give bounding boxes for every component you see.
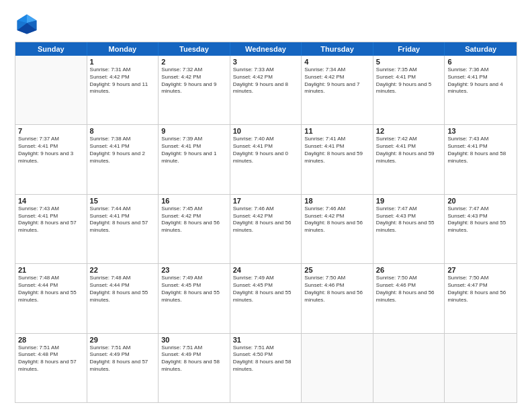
cal-cell (445, 334, 517, 402)
cell-info: Sunset: 4:44 PM (90, 282, 156, 289)
cal-cell: 2Sunrise: 7:32 AMSunset: 4:42 PMDaylight… (159, 56, 230, 124)
cal-cell: 21Sunrise: 7:48 AMSunset: 4:44 PMDayligh… (15, 264, 87, 332)
cal-cell: 30Sunrise: 7:51 AMSunset: 4:49 PMDayligh… (159, 334, 230, 402)
cal-cell: 24Sunrise: 7:49 AMSunset: 4:45 PMDayligh… (230, 264, 302, 332)
day-number: 16 (161, 197, 227, 205)
cal-cell: 8Sunrise: 7:38 AMSunset: 4:41 PMDaylight… (87, 125, 159, 193)
cell-info: Sunrise: 7:38 AM (90, 136, 156, 143)
cell-info: Sunset: 4:50 PM (233, 351, 299, 359)
cell-info: Sunset: 4:42 PM (304, 74, 370, 81)
cell-info: Sunset: 4:42 PM (161, 74, 227, 81)
cell-info: Sunset: 4:41 PM (161, 143, 227, 150)
day-number: 24 (233, 266, 299, 274)
cell-info: Daylight: 8 hours and 55 minutes. (90, 289, 156, 304)
cell-info: Sunset: 4:44 PM (18, 282, 84, 289)
cell-info: Sunrise: 7:48 AM (18, 275, 84, 282)
day-number: 18 (304, 197, 370, 205)
cell-info: Sunrise: 7:50 AM (376, 275, 442, 282)
cell-info: Daylight: 9 hours and 0 minutes. (233, 150, 299, 165)
day-number: 13 (447, 127, 514, 135)
cal-row-1: 1Sunrise: 7:31 AMSunset: 4:42 PMDaylight… (15, 56, 517, 125)
calendar: SundayMondayTuesdayWednesdayThursdayFrid… (15, 42, 517, 403)
day-number: 12 (376, 127, 442, 135)
cell-info: Sunrise: 7:33 AM (233, 66, 299, 74)
cell-info: Sunset: 4:41 PM (447, 143, 514, 150)
cell-info: Sunrise: 7:51 AM (90, 345, 156, 352)
cell-info: Sunrise: 7:32 AM (161, 66, 227, 74)
cell-info: Sunrise: 7:39 AM (161, 136, 227, 143)
cal-cell: 12Sunrise: 7:42 AMSunset: 4:41 PMDayligh… (373, 125, 445, 193)
cell-info: Sunrise: 7:40 AM (233, 136, 299, 143)
cal-cell: 19Sunrise: 7:47 AMSunset: 4:43 PMDayligh… (373, 195, 445, 263)
cell-info: Daylight: 9 hours and 8 minutes. (233, 81, 299, 96)
cell-info: Sunrise: 7:51 AM (18, 345, 84, 352)
page: SundayMondayTuesdayWednesdayThursdayFrid… (0, 0, 532, 411)
cell-info: Sunset: 4:43 PM (376, 213, 442, 220)
day-number: 21 (18, 266, 84, 274)
calendar-body: 1Sunrise: 7:31 AMSunset: 4:42 PMDaylight… (15, 56, 517, 402)
logo-icon (15, 12, 39, 36)
cell-info: Daylight: 9 hours and 11 minutes. (90, 81, 156, 96)
cell-info: Sunrise: 7:31 AM (90, 66, 156, 74)
cell-info: Daylight: 9 hours and 1 minute. (161, 150, 227, 165)
cell-info: Sunrise: 7:49 AM (233, 275, 299, 282)
cell-info: Sunrise: 7:50 AM (447, 275, 514, 282)
cal-cell: 26Sunrise: 7:50 AMSunset: 4:46 PMDayligh… (373, 264, 445, 332)
cell-info: Daylight: 8 hours and 55 minutes. (376, 220, 442, 234)
cal-cell: 14Sunrise: 7:43 AMSunset: 4:41 PMDayligh… (15, 195, 87, 263)
cell-info: Sunrise: 7:42 AM (376, 136, 442, 143)
cal-cell: 7Sunrise: 7:37 AMSunset: 4:41 PMDaylight… (15, 125, 87, 193)
logo (15, 12, 42, 36)
cell-info: Sunrise: 7:37 AM (18, 136, 84, 143)
cell-info: Sunset: 4:45 PM (161, 282, 227, 289)
cell-info: Sunset: 4:41 PM (376, 143, 442, 150)
cell-info: Daylight: 8 hours and 58 minutes. (447, 150, 514, 165)
cell-info: Daylight: 9 hours and 5 minutes. (376, 81, 442, 96)
day-number: 25 (304, 266, 370, 274)
day-number: 20 (447, 197, 514, 205)
cell-info: Sunrise: 7:46 AM (304, 205, 370, 213)
cell-info: Sunset: 4:41 PM (90, 213, 156, 220)
cell-info: Daylight: 8 hours and 58 minutes. (233, 359, 299, 373)
day-number: 28 (18, 336, 84, 344)
cell-info: Sunset: 4:41 PM (233, 143, 299, 150)
cell-info: Sunset: 4:41 PM (90, 143, 156, 150)
cal-cell: 31Sunrise: 7:51 AMSunset: 4:50 PMDayligh… (230, 334, 302, 402)
cell-info: Sunrise: 7:46 AM (233, 205, 299, 213)
cell-info: Sunrise: 7:50 AM (304, 275, 370, 282)
day-header-saturday: Saturday (445, 42, 517, 56)
day-header-thursday: Thursday (302, 42, 373, 56)
cell-info: Sunset: 4:41 PM (447, 74, 514, 81)
cal-row-3: 14Sunrise: 7:43 AMSunset: 4:41 PMDayligh… (15, 195, 517, 264)
day-number: 4 (304, 58, 370, 66)
day-number: 19 (376, 197, 442, 205)
cell-info: Daylight: 8 hours and 59 minutes. (376, 150, 442, 165)
cal-cell: 11Sunrise: 7:41 AMSunset: 4:41 PMDayligh… (302, 125, 373, 193)
day-number: 10 (233, 127, 299, 135)
cell-info: Daylight: 9 hours and 4 minutes. (447, 81, 514, 96)
cell-info: Sunset: 4:49 PM (90, 351, 156, 359)
cell-info: Sunset: 4:42 PM (90, 74, 156, 81)
cell-info: Sunrise: 7:36 AM (447, 66, 514, 74)
cell-info: Daylight: 8 hours and 55 minutes. (18, 289, 84, 304)
day-number: 9 (161, 127, 227, 135)
cell-info: Sunrise: 7:49 AM (161, 275, 227, 282)
cal-cell: 10Sunrise: 7:40 AMSunset: 4:41 PMDayligh… (230, 125, 302, 193)
cal-cell: 29Sunrise: 7:51 AMSunset: 4:49 PMDayligh… (87, 334, 159, 402)
cal-cell: 16Sunrise: 7:45 AMSunset: 4:42 PMDayligh… (159, 195, 230, 263)
day-header-monday: Monday (87, 42, 159, 56)
cell-info: Daylight: 8 hours and 56 minutes. (447, 289, 514, 304)
day-number: 2 (161, 58, 227, 66)
cell-info: Daylight: 8 hours and 55 minutes. (447, 220, 514, 234)
cal-cell: 3Sunrise: 7:33 AMSunset: 4:42 PMDaylight… (230, 56, 302, 124)
day-header-sunday: Sunday (15, 42, 87, 56)
cal-cell: 4Sunrise: 7:34 AMSunset: 4:42 PMDaylight… (302, 56, 373, 124)
cal-cell: 6Sunrise: 7:36 AMSunset: 4:41 PMDaylight… (445, 56, 517, 124)
cell-info: Daylight: 9 hours and 7 minutes. (304, 81, 370, 96)
cell-info: Sunset: 4:46 PM (376, 282, 442, 289)
cell-info: Daylight: 8 hours and 56 minutes. (304, 289, 370, 304)
cell-info: Sunset: 4:42 PM (233, 213, 299, 220)
cell-info: Sunset: 4:45 PM (233, 282, 299, 289)
cell-info: Sunset: 4:41 PM (304, 143, 370, 150)
day-number: 8 (90, 127, 156, 135)
